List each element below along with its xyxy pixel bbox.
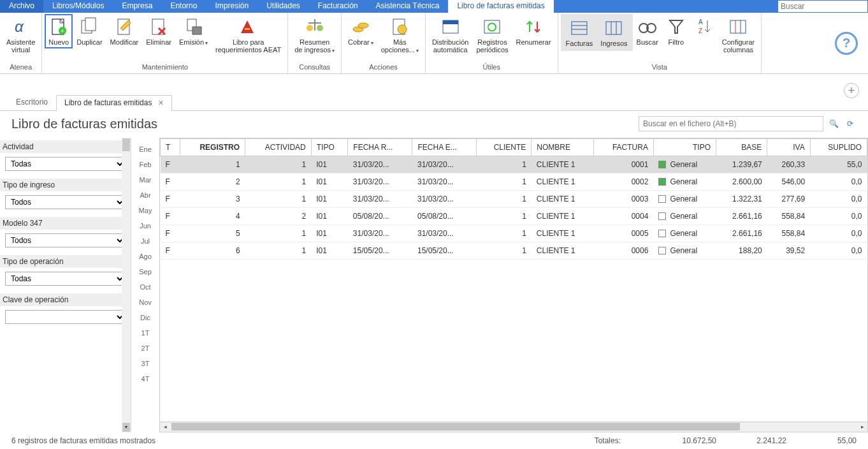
menu-impresion[interactable]: Impresión xyxy=(206,0,257,13)
asistente-virtual-button[interactable]: α Asistente virtual xyxy=(3,14,39,56)
col-fechae[interactable]: FECHA E... xyxy=(412,139,476,156)
cell-suplido: 0,0 xyxy=(810,173,867,191)
cell-iva: 260,33 xyxy=(767,156,810,173)
scroll-thumb[interactable] xyxy=(122,138,130,151)
month-ene[interactable]: Ene xyxy=(131,142,159,157)
col-tipo[interactable]: TIPO xyxy=(653,139,716,156)
eliminar-button[interactable]: Eliminar xyxy=(142,14,175,48)
col-factura[interactable]: FACTURA xyxy=(594,139,653,156)
menu-empresa[interactable]: Empresa xyxy=(113,0,161,13)
emision-label: Emisión xyxy=(179,38,204,46)
month-nov[interactable]: Nov xyxy=(131,295,159,310)
tab-libro-facturas[interactable]: Libro de facturas emitidas ✕ xyxy=(56,95,172,111)
table-row[interactable]: F61I0115/05/20...15/05/20...1CLIENTE 100… xyxy=(161,242,867,260)
filter-tipo-operacion-select[interactable]: Todas xyxy=(5,272,126,286)
col-fechar[interactable]: FECHA R... xyxy=(348,139,412,156)
menu-utilidades[interactable]: Utilidades xyxy=(257,0,309,13)
month-4t[interactable]: 4T xyxy=(131,371,159,386)
libro-aeat-button[interactable]: Libro para requerimientos AEAT xyxy=(212,14,285,56)
mas-opciones-button[interactable]: Más opciones...▾ xyxy=(377,14,423,57)
hscroll-thumb[interactable] xyxy=(171,423,740,431)
refresh-icon[interactable]: ⟳ xyxy=(844,119,857,128)
emision-button[interactable]: Emisión▾ xyxy=(175,14,212,49)
month-3t[interactable]: 3T xyxy=(131,356,159,371)
registros-periodicos-button[interactable]: Registros periódicos xyxy=(472,14,512,56)
svg-rect-23 xyxy=(606,22,621,34)
menu-libros[interactable]: Libros/Módulos xyxy=(43,0,113,13)
col-iva[interactable]: IVA xyxy=(767,139,810,156)
facturas-view-button[interactable]: Facturas xyxy=(562,15,597,50)
table-row[interactable]: F11I0131/03/20...31/03/20...1CLIENTE 100… xyxy=(161,156,867,173)
table-row[interactable]: F21I0131/03/20...31/03/20...1CLIENTE 100… xyxy=(161,173,867,191)
search-icon[interactable]: 🔍 xyxy=(827,119,840,128)
svg-rect-18 xyxy=(443,20,458,24)
month-jul[interactable]: Jul xyxy=(131,233,159,249)
month-jun[interactable]: Jun xyxy=(131,218,159,233)
mas-label2: opciones... xyxy=(381,46,415,54)
month-may[interactable]: May xyxy=(131,203,159,218)
menu-active-tab[interactable]: Libro de facturas emitidas xyxy=(448,0,553,13)
filter-actividad-select[interactable]: Todas xyxy=(5,157,126,171)
filter-modelo347-select[interactable]: Todos xyxy=(5,233,126,247)
record-search-input[interactable] xyxy=(639,116,823,131)
cell-actividad: 1 xyxy=(245,242,312,260)
group-label-consultas: Consultas xyxy=(291,62,338,73)
month-dic[interactable]: Dic xyxy=(131,310,159,325)
month-sep[interactable]: Sep xyxy=(131,264,159,279)
table-row[interactable]: F51I0131/03/20...31/03/20...1CLIENTE 100… xyxy=(161,225,867,242)
distribucion-button[interactable]: Distribución automática xyxy=(428,14,472,56)
tab-escritorio[interactable]: Escritorio xyxy=(8,94,56,110)
buscar-button[interactable]: Buscar xyxy=(633,14,662,48)
col-base[interactable]: BASE xyxy=(716,139,767,156)
cell-iva: 546,00 xyxy=(767,173,810,191)
filter-clave-operacion-select[interactable] xyxy=(5,310,126,324)
asistente-label1: Asistente xyxy=(6,38,35,46)
global-search-input[interactable] xyxy=(778,1,867,12)
menu-entorno[interactable]: Entorno xyxy=(161,0,206,13)
month-feb[interactable]: Feb xyxy=(131,157,159,172)
col-t[interactable]: T xyxy=(161,139,180,156)
duplicar-button[interactable]: Duplicar xyxy=(73,14,106,48)
ingresos-view-button[interactable]: Ingresos xyxy=(597,15,631,50)
table-row[interactable]: F42I0105/08/20...05/08/20...1CLIENTE 100… xyxy=(161,208,867,225)
menu-archivo[interactable]: Archivo xyxy=(0,0,43,13)
cell-factura: 0002 xyxy=(594,173,653,191)
col-cliente[interactable]: CLIENTE xyxy=(476,139,532,156)
month-ago[interactable]: Ago xyxy=(131,249,159,264)
filter-tipo-ingreso-select[interactable]: Todos xyxy=(5,195,126,209)
filtro-button[interactable]: Filtro xyxy=(662,14,690,48)
table-row[interactable]: F31I0131/03/20...31/03/20...1CLIENTE 100… xyxy=(161,191,867,208)
month-abr[interactable]: Abr xyxy=(131,188,159,203)
scroll-right-icon[interactable]: ▸ xyxy=(857,422,867,431)
col-tipo[interactable]: TIPO xyxy=(311,139,348,156)
close-icon[interactable]: ✕ xyxy=(158,99,164,107)
nuevo-button[interactable]: + Nuevo xyxy=(45,14,73,48)
grid-scroll[interactable]: TREGISTROACTIVIDADTIPOFECHA R...FECHA E.… xyxy=(159,138,868,422)
modificar-button[interactable]: Modificar xyxy=(106,14,143,48)
menu-facturacion[interactable]: Facturación xyxy=(309,0,367,13)
cell-base: 1.322,31 xyxy=(716,191,767,208)
cell-nombre: CLIENTE 1 xyxy=(532,225,594,242)
month-1t[interactable]: 1T xyxy=(131,325,159,341)
col-suplido[interactable]: SUPLIDO xyxy=(810,139,867,156)
sort-button[interactable]: AZ xyxy=(690,14,718,41)
menu-asistencia[interactable]: Asistencia Técnica xyxy=(367,0,449,13)
cell-cliente: 1 xyxy=(476,208,532,225)
scroll-left-icon[interactable]: ◂ xyxy=(160,422,170,431)
col-actividad[interactable]: ACTIVIDAD xyxy=(245,139,312,156)
help-icon[interactable]: ? xyxy=(835,32,858,55)
grid-hscrollbar[interactable]: ◂ ▸ xyxy=(159,422,868,432)
sidebar-scrollbar[interactable]: ▾ xyxy=(122,138,131,432)
scroll-down-icon[interactable]: ▾ xyxy=(122,423,130,432)
month-2t[interactable]: 2T xyxy=(131,341,159,356)
col-nombre[interactable]: NOMBRE xyxy=(532,139,594,156)
add-circle-button[interactable]: + xyxy=(844,83,859,98)
renumerar-button[interactable]: Renumerar xyxy=(512,14,555,48)
cell-fechae: 31/03/20... xyxy=(412,191,476,208)
col-registro[interactable]: REGISTRO xyxy=(180,139,245,156)
configurar-columnas-button[interactable]: Configurar columnas xyxy=(718,14,758,56)
cobrar-button[interactable]: Cobrar▾ xyxy=(344,14,377,49)
resumen-ingresos-button[interactable]: Resumen de ingresos▾ xyxy=(291,14,338,57)
month-oct[interactable]: Oct xyxy=(131,279,159,295)
month-mar[interactable]: Mar xyxy=(131,172,159,188)
